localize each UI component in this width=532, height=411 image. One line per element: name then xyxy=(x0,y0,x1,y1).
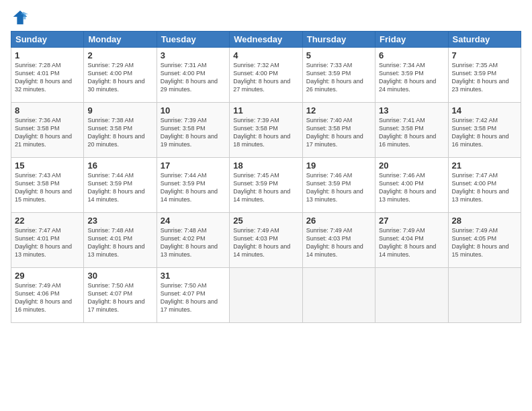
day-number: 8 xyxy=(15,105,80,116)
day-header-thursday: Thursday xyxy=(302,32,375,48)
cell-info: Sunrise: 7:29 AMSunset: 4:00 PMDaylight:… xyxy=(87,61,152,94)
day-number: 28 xyxy=(452,216,517,226)
empty-cell xyxy=(375,268,448,323)
day-number: 7 xyxy=(452,50,517,60)
day-header-sunday: Sunday xyxy=(11,32,84,48)
day-cell-25: 25Sunrise: 7:49 AMSunset: 4:03 PMDayligh… xyxy=(230,213,302,268)
day-header-friday: Friday xyxy=(375,32,448,48)
empty-cell xyxy=(302,268,375,323)
cell-info: Sunrise: 7:45 AMSunset: 3:59 PMDaylight:… xyxy=(233,171,298,204)
day-cell-14: 14Sunrise: 7:42 AMSunset: 3:58 PMDayligh… xyxy=(448,103,521,158)
day-number: 26 xyxy=(306,216,371,226)
day-header-row: SundayMondayTuesdayWednesdayThursdayFrid… xyxy=(11,32,521,48)
day-number: 15 xyxy=(15,161,80,171)
cell-info: Sunrise: 7:34 AMSunset: 3:59 PMDaylight:… xyxy=(379,61,444,94)
day-number: 1 xyxy=(15,50,80,60)
day-cell-3: 3Sunrise: 7:31 AMSunset: 4:00 PMDaylight… xyxy=(157,48,229,103)
week-row-3: 15Sunrise: 7:43 AMSunset: 3:58 PMDayligh… xyxy=(11,158,521,213)
day-cell-1: 1Sunrise: 7:28 AMSunset: 4:01 PMDaylight… xyxy=(11,48,84,103)
cell-info: Sunrise: 7:39 AMSunset: 3:58 PMDaylight:… xyxy=(161,116,226,149)
day-number: 9 xyxy=(87,105,152,116)
cell-info: Sunrise: 7:49 AMSunset: 4:04 PMDaylight:… xyxy=(379,226,444,259)
cell-info: Sunrise: 7:47 AMSunset: 4:00 PMDaylight:… xyxy=(452,171,517,204)
cell-info: Sunrise: 7:33 AMSunset: 3:59 PMDaylight:… xyxy=(306,61,371,94)
cell-info: Sunrise: 7:46 AMSunset: 3:59 PMDaylight:… xyxy=(306,171,371,204)
day-header-saturday: Saturday xyxy=(448,32,521,48)
day-cell-17: 17Sunrise: 7:44 AMSunset: 3:59 PMDayligh… xyxy=(157,158,229,213)
day-cell-7: 7Sunrise: 7:35 AMSunset: 3:59 PMDaylight… xyxy=(448,48,521,103)
day-header-wednesday: Wednesday xyxy=(230,32,302,48)
cell-info: Sunrise: 7:48 AMSunset: 4:02 PMDaylight:… xyxy=(161,226,226,259)
header xyxy=(11,8,521,27)
day-number: 31 xyxy=(161,271,226,281)
day-cell-18: 18Sunrise: 7:45 AMSunset: 3:59 PMDayligh… xyxy=(230,158,302,213)
day-number: 20 xyxy=(379,161,444,171)
day-cell-30: 30Sunrise: 7:50 AMSunset: 4:07 PMDayligh… xyxy=(84,268,157,323)
day-cell-31: 31Sunrise: 7:50 AMSunset: 4:07 PMDayligh… xyxy=(157,268,229,323)
cell-info: Sunrise: 7:28 AMSunset: 4:01 PMDaylight:… xyxy=(15,61,80,94)
day-number: 17 xyxy=(161,161,226,171)
cell-info: Sunrise: 7:42 AMSunset: 3:58 PMDaylight:… xyxy=(452,116,517,149)
day-cell-5: 5Sunrise: 7:33 AMSunset: 3:59 PMDaylight… xyxy=(302,48,375,103)
day-number: 18 xyxy=(233,161,298,171)
day-cell-22: 22Sunrise: 7:47 AMSunset: 4:01 PMDayligh… xyxy=(11,213,84,268)
day-cell-20: 20Sunrise: 7:46 AMSunset: 4:00 PMDayligh… xyxy=(375,158,448,213)
day-number: 13 xyxy=(379,105,444,116)
cell-info: Sunrise: 7:36 AMSunset: 3:58 PMDaylight:… xyxy=(15,116,80,149)
day-cell-8: 8Sunrise: 7:36 AMSunset: 3:58 PMDaylight… xyxy=(11,103,84,158)
day-cell-26: 26Sunrise: 7:49 AMSunset: 4:03 PMDayligh… xyxy=(302,213,375,268)
day-number: 10 xyxy=(161,105,226,116)
day-cell-12: 12Sunrise: 7:40 AMSunset: 3:58 PMDayligh… xyxy=(302,103,375,158)
day-cell-27: 27Sunrise: 7:49 AMSunset: 4:04 PMDayligh… xyxy=(375,213,448,268)
day-cell-21: 21Sunrise: 7:47 AMSunset: 4:00 PMDayligh… xyxy=(448,158,521,213)
cell-info: Sunrise: 7:35 AMSunset: 3:59 PMDaylight:… xyxy=(452,61,517,94)
cell-info: Sunrise: 7:49 AMSunset: 4:06 PMDaylight:… xyxy=(15,281,80,314)
day-number: 19 xyxy=(306,161,371,171)
day-number: 30 xyxy=(87,271,152,281)
day-cell-9: 9Sunrise: 7:38 AMSunset: 3:58 PMDaylight… xyxy=(84,103,157,158)
empty-cell xyxy=(230,268,302,323)
day-cell-13: 13Sunrise: 7:41 AMSunset: 3:58 PMDayligh… xyxy=(375,103,448,158)
week-row-1: 1Sunrise: 7:28 AMSunset: 4:01 PMDaylight… xyxy=(11,48,521,103)
day-number: 25 xyxy=(233,216,298,226)
cell-info: Sunrise: 7:49 AMSunset: 4:05 PMDaylight:… xyxy=(452,226,517,259)
cell-info: Sunrise: 7:47 AMSunset: 4:01 PMDaylight:… xyxy=(15,226,80,259)
day-number: 3 xyxy=(161,50,226,60)
day-number: 5 xyxy=(306,50,371,60)
day-number: 6 xyxy=(379,50,444,60)
week-row-5: 29Sunrise: 7:49 AMSunset: 4:06 PMDayligh… xyxy=(11,268,521,323)
logo-icon xyxy=(11,8,30,27)
cell-info: Sunrise: 7:44 AMSunset: 3:59 PMDaylight:… xyxy=(87,171,152,204)
cell-info: Sunrise: 7:48 AMSunset: 4:01 PMDaylight:… xyxy=(87,226,152,259)
day-cell-23: 23Sunrise: 7:48 AMSunset: 4:01 PMDayligh… xyxy=(84,213,157,268)
week-row-4: 22Sunrise: 7:47 AMSunset: 4:01 PMDayligh… xyxy=(11,213,521,268)
cell-info: Sunrise: 7:50 AMSunset: 4:07 PMDaylight:… xyxy=(87,281,152,314)
empty-cell xyxy=(448,268,521,323)
cell-info: Sunrise: 7:40 AMSunset: 3:58 PMDaylight:… xyxy=(306,116,371,149)
cell-info: Sunrise: 7:32 AMSunset: 4:00 PMDaylight:… xyxy=(233,61,298,94)
day-header-tuesday: Tuesday xyxy=(157,32,229,48)
day-number: 22 xyxy=(15,216,80,226)
day-number: 2 xyxy=(87,50,152,60)
day-number: 24 xyxy=(161,216,226,226)
page: SundayMondayTuesdayWednesdayThursdayFrid… xyxy=(0,0,532,411)
week-row-2: 8Sunrise: 7:36 AMSunset: 3:58 PMDaylight… xyxy=(11,103,521,158)
day-cell-19: 19Sunrise: 7:46 AMSunset: 3:59 PMDayligh… xyxy=(302,158,375,213)
cell-info: Sunrise: 7:39 AMSunset: 3:58 PMDaylight:… xyxy=(233,116,298,149)
day-number: 4 xyxy=(233,50,298,60)
cell-info: Sunrise: 7:38 AMSunset: 3:58 PMDaylight:… xyxy=(87,116,152,149)
day-number: 29 xyxy=(15,271,80,281)
day-number: 11 xyxy=(233,105,298,116)
day-header-monday: Monday xyxy=(84,32,157,48)
day-number: 16 xyxy=(87,161,152,171)
day-number: 12 xyxy=(306,105,371,116)
cell-info: Sunrise: 7:44 AMSunset: 3:59 PMDaylight:… xyxy=(161,171,226,204)
cell-info: Sunrise: 7:31 AMSunset: 4:00 PMDaylight:… xyxy=(161,61,226,94)
day-cell-6: 6Sunrise: 7:34 AMSunset: 3:59 PMDaylight… xyxy=(375,48,448,103)
day-cell-16: 16Sunrise: 7:44 AMSunset: 3:59 PMDayligh… xyxy=(84,158,157,213)
day-number: 21 xyxy=(452,161,517,171)
day-cell-11: 11Sunrise: 7:39 AMSunset: 3:58 PMDayligh… xyxy=(230,103,302,158)
day-cell-15: 15Sunrise: 7:43 AMSunset: 3:58 PMDayligh… xyxy=(11,158,84,213)
logo xyxy=(11,8,32,27)
day-cell-24: 24Sunrise: 7:48 AMSunset: 4:02 PMDayligh… xyxy=(157,213,229,268)
